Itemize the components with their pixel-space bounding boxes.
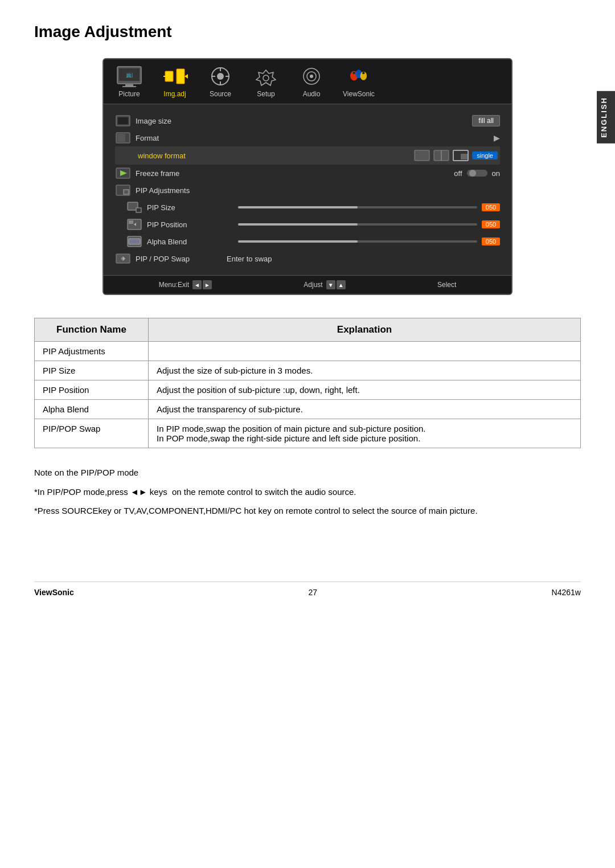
bottom-menu-exit: Menu:Exit ◄ ► bbox=[159, 280, 212, 289]
down-arrow-icon[interactable]: ▼ bbox=[326, 280, 335, 289]
audio-tab-label: Audio bbox=[303, 90, 321, 98]
format-value: ▶ bbox=[494, 133, 500, 142]
wf-icon-1[interactable] bbox=[414, 150, 430, 161]
pip-size-slider[interactable] bbox=[238, 206, 477, 208]
svg-marker-8 bbox=[184, 74, 188, 79]
alpha-blend-label: Alpha Blend bbox=[147, 238, 227, 246]
pip-adjustments-icon bbox=[115, 184, 131, 196]
footer-model: N4261w bbox=[552, 588, 581, 597]
table-cell-pip-position-name: PIP Position bbox=[35, 380, 149, 400]
notes-line1: *In PIP/POP mode,press ◄► keys on the re… bbox=[34, 485, 581, 499]
english-tab: ENGLISH bbox=[597, 91, 615, 144]
up-arrow-icon[interactable]: ▲ bbox=[337, 280, 346, 289]
table-row-pip-position: PIP Position Adjust the position of sub-… bbox=[35, 380, 581, 400]
select-label: Select bbox=[437, 281, 456, 289]
adjust-label: Adjust bbox=[304, 281, 322, 289]
osd-content: Image size fill all Format ▶ bbox=[104, 104, 511, 275]
table-cell-pip-size-exp: Adjust the size of sub-picture in 3 mode… bbox=[149, 361, 581, 380]
osd-row-image-size: Image size fill all bbox=[115, 112, 500, 129]
svg-rect-38 bbox=[124, 190, 129, 194]
source-tab-label: Source bbox=[210, 90, 231, 98]
picture-icon-box: 📺 bbox=[115, 65, 144, 88]
osd-row-pip-pop-swap: PIP / POP Swap Enter to swap bbox=[115, 250, 500, 267]
svg-rect-28 bbox=[415, 150, 429, 161]
audio-icon-box bbox=[297, 65, 326, 88]
viewsonic-icon-box bbox=[345, 65, 373, 88]
format-arrow-icon: ▶ bbox=[494, 133, 500, 142]
freeze-toggle-icon[interactable] bbox=[467, 169, 487, 178]
page-container: ENGLISH Image Adjustment 📺 Picture bbox=[0, 0, 615, 614]
osd-tab-picture[interactable]: 📺 Picture bbox=[115, 65, 144, 98]
pip-position-value: 050 bbox=[238, 220, 500, 228]
image-size-label: Image size bbox=[136, 117, 215, 125]
window-format-label: window format bbox=[138, 152, 218, 160]
svg-text:📺: 📺 bbox=[126, 71, 133, 78]
osd-row-pip-position: PIP Position 050 bbox=[115, 216, 500, 233]
svg-rect-27 bbox=[117, 134, 125, 142]
freeze-frame-label: Freeze frame bbox=[136, 169, 215, 178]
svg-rect-6 bbox=[177, 69, 184, 84]
svg-rect-40 bbox=[136, 208, 141, 212]
osd-tab-viewsonic[interactable]: ViewSonic bbox=[343, 65, 375, 98]
table-row-pip-pop-swap: PIP/POP Swap In PIP mode,swap the positi… bbox=[35, 419, 581, 448]
picture-tab-label: Picture bbox=[118, 90, 140, 98]
table-cell-pip-adjustments-exp bbox=[149, 342, 581, 361]
alpha-blend-icon bbox=[126, 235, 142, 248]
viewsonic-logo-icon bbox=[345, 65, 373, 87]
table-cell-pip-pop-swap-exp: In PIP mode,swap the position of main pi… bbox=[149, 419, 581, 448]
pip-adjustments-label: PIP Adjustments bbox=[136, 186, 215, 195]
svg-rect-25 bbox=[118, 117, 128, 124]
table-cell-pip-position-exp: Adjust the position of sub-picture :up, … bbox=[149, 380, 581, 400]
notes-section: Note on the PIP/POP mode *In PIP/POP mod… bbox=[34, 465, 581, 518]
adjust-arrows: ▼ ▲ bbox=[326, 280, 346, 289]
alpha-blend-slider[interactable] bbox=[238, 240, 477, 243]
bottom-adjust: Adjust ▼ ▲ bbox=[304, 280, 345, 289]
pip-size-value: 050 bbox=[238, 203, 500, 211]
pip-pop-swap-value: Enter to swap bbox=[227, 255, 272, 263]
freeze-frame-icon bbox=[115, 167, 131, 179]
right-arrow-icon[interactable]: ► bbox=[203, 280, 212, 289]
osd-tab-source[interactable]: Source bbox=[206, 65, 235, 98]
osd-tab-audio[interactable]: Audio bbox=[297, 65, 326, 98]
pip-size-label: PIP Size bbox=[147, 203, 227, 212]
osd-tab-imgadj[interactable]: Img.adj bbox=[161, 65, 189, 98]
svg-point-15 bbox=[263, 75, 269, 81]
viewsonic-tab-label: ViewSonic bbox=[343, 90, 375, 98]
source-icon bbox=[207, 65, 233, 87]
setup-tab-label: Setup bbox=[257, 90, 274, 98]
pip-size-badge: 050 bbox=[482, 203, 500, 211]
wf-icon-2[interactable] bbox=[433, 150, 449, 161]
table-cell-pip-adjustments-name: PIP Adjustments bbox=[35, 342, 149, 361]
osd-row-alpha-blend: Alpha Blend 050 bbox=[115, 233, 500, 250]
alpha-blend-badge: 050 bbox=[482, 238, 500, 245]
english-tab-label: ENGLISH bbox=[600, 97, 608, 138]
image-size-value: fill all bbox=[472, 115, 500, 126]
imgadj-icon-box bbox=[161, 65, 189, 88]
pip-position-icon bbox=[126, 218, 142, 231]
svg-rect-32 bbox=[461, 154, 468, 159]
single-badge: single bbox=[472, 152, 498, 159]
page-footer: ViewSonic 27 N4261w bbox=[34, 582, 581, 597]
table-row-alpha-blend: Alpha Blend Adjust the transparency of s… bbox=[35, 400, 581, 419]
notes-title: Note on the PIP/POP mode bbox=[34, 465, 581, 480]
osd-row-format: Format ▶ bbox=[115, 129, 500, 146]
window-format-icon bbox=[117, 149, 133, 162]
page-title: Image Adjustment bbox=[34, 23, 581, 41]
notes-line2: *Press SOURCEkey or TV,AV,COMPONENT,HDMI… bbox=[34, 503, 581, 518]
format-label: Format bbox=[136, 134, 215, 142]
pip-size-icon bbox=[126, 201, 142, 214]
function-table: Function Name Explanation PIP Adjustment… bbox=[34, 318, 581, 448]
osd-panel: 📺 Picture Img.adj bbox=[102, 58, 512, 295]
bottom-select: Select bbox=[437, 281, 456, 289]
fill-all-btn[interactable]: fill all bbox=[472, 115, 500, 126]
osd-tab-setup[interactable]: Setup bbox=[252, 65, 280, 98]
footer-page-number: 27 bbox=[308, 588, 317, 597]
left-arrow-icon[interactable]: ◄ bbox=[192, 280, 202, 289]
imgadj-icon bbox=[162, 65, 188, 87]
wf-icon-3[interactable] bbox=[453, 150, 469, 161]
pip-position-slider[interactable] bbox=[238, 223, 477, 226]
svg-point-18 bbox=[310, 75, 313, 78]
osd-row-pip-size: PIP Size 050 bbox=[115, 199, 500, 216]
pip-position-badge: 050 bbox=[482, 220, 500, 228]
table-cell-alpha-blend-name: Alpha Blend bbox=[35, 400, 149, 419]
